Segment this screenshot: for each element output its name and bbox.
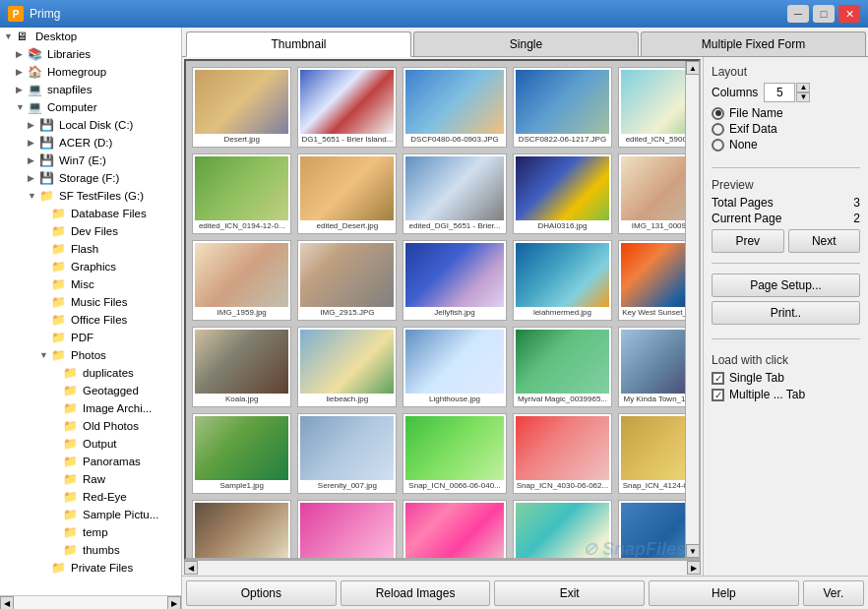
close-button[interactable]: ✕ [838,5,860,23]
single-tab-checkbox[interactable]: ✓ Single Tab [712,371,860,385]
thumbnail-item[interactable]: edited_Desert.jpg [297,153,397,234]
sidebar-item-image-archive[interactable]: 📁Image Archi... [0,399,181,417]
hscroll-right-thumb-button[interactable]: ▶ [687,561,701,575]
exit-button[interactable]: Exit [494,580,645,606]
sidebar-item-computer[interactable]: ▼💻Computer [0,98,181,116]
thumbnail-item[interactable]: liebeach.jpg [297,327,397,407]
thumbnail-item[interactable]: DHAI0316.jpg [513,153,612,234]
sidebar-item-panoramas[interactable]: 📁Panoramas [0,453,181,470]
thumbnail-item[interactable]: Snap_ICN_4030-06-062... [513,413,612,494]
thumbnail-item[interactable]: edited_DGI_5651 - Brier... [403,153,506,234]
tab-multiple[interactable]: Multiple Fixed Form [641,31,866,56]
options-button[interactable]: Options [186,580,337,606]
thumbnail-item[interactable]: Snap_ICN_5141_91.JPG [513,500,612,558]
thumbnail-item[interactable]: leiahmermed.jpg [513,240,612,321]
thumbnail-item[interactable]: IMG_1959.jpg [192,240,291,321]
thumbnail-item[interactable]: edited_ICN_0194-12-0... [192,153,291,234]
print-button[interactable]: Print.. [712,301,860,325]
next-button[interactable]: Next [788,229,861,253]
sidebar-item-red-eye[interactable]: 📁Red-Eye [0,488,181,506]
thumbnail-item[interactable]: DSCF0480-06-0903.JPG [403,67,506,148]
columns-input[interactable] [764,83,795,102]
thumbnail-item[interactable]: My Kinda Town_117440... [618,327,685,407]
hscroll-left-thumb-button[interactable]: ◀ [184,561,198,575]
ver-button[interactable]: Ver. [803,580,864,606]
thumbnail-scroll-area[interactable]: Desert.jpgDG1_5651 - Brier Island...DSCF… [186,61,685,558]
thumbnail-item[interactable]: Snap_ICN_4124-06-062... [618,413,685,494]
sidebar-item-homegroup[interactable]: ▶🏠Homegroup [0,63,181,81]
thumbnail-item[interactable]: Sample1.jpg [192,413,291,494]
sidebar-item-libraries[interactable]: ▶📚Libraries [0,45,181,63]
sidebar-item-misc[interactable]: 📁Misc [0,275,181,293]
columns-up-button[interactable]: ▲ [796,83,810,92]
sidebar-item-flash[interactable]: 📁Flash [0,240,181,258]
thumbnail-item[interactable]: Myrival Magic_0039965... [513,327,612,407]
sidebar-tree[interactable]: ▼🖥Desktop▶📚Libraries▶🏠Homegroup▶💻snapfil… [0,28,181,595]
thumbnail-item[interactable]: Snap_0-170_7506.JPG [297,500,397,558]
multiple-tab-checkbox[interactable]: ✓ Multiple ... Tab [712,388,860,401]
radio-filename[interactable]: File Name [712,106,860,120]
thumbnail-item[interactable]: Koala.jpg [192,327,291,407]
sidebar-item-office-files[interactable]: 📁Office Files [0,311,181,329]
hscroll-right-button[interactable]: ▶ [167,596,181,609]
thumbnail-item[interactable]: Desert.jpg [192,67,291,148]
multiple-tab-checkbox-box[interactable]: ✓ [712,389,724,401]
sidebar-item-thumbs[interactable]: 📁thumbs [0,541,181,559]
sidebar-item-private-files[interactable]: 📁Private Files [0,559,181,577]
thumbnail-item[interactable]: Jellyfish.jpg [403,240,506,321]
thumbnail-item[interactable]: DG1_5651 - Brier Island... [297,67,397,148]
thumbnail-scrollbar[interactable]: ▲ ▼ [685,61,699,558]
thumbnail-item[interactable]: Snap_ICN_3502.JPG [618,500,685,558]
scroll-up-button[interactable]: ▲ [686,61,700,75]
sidebar-item-temp[interactable]: 📁temp [0,523,181,541]
single-tab-checkbox-box[interactable]: ✓ [712,372,724,385]
sidebar-item-desktop[interactable]: ▼🖥Desktop [0,28,181,45]
tab-single[interactable]: Single [413,31,639,56]
radio-none[interactable]: None [712,138,860,152]
thumbnail-item[interactable]: Key West Sunset_06442... [618,240,685,321]
thumbnail-item[interactable]: edited_ICN_5900-11-0... [618,67,685,148]
folder-icon: 📚 [28,47,43,61]
tab-thumbnail[interactable]: Thumbnail [186,31,411,57]
sidebar-item-duplicates[interactable]: 📁duplicates [0,364,181,382]
sidebar-item-geotagged[interactable]: 📁Geotagged [0,382,181,399]
sidebar-item-sf-testfiles-g[interactable]: ▼📁SF TestFiles (G:) [0,187,181,205]
thumbnail-item[interactable]: IMG_2915.JPG [297,240,397,321]
radio-exif[interactable]: Exif Data [712,122,860,136]
help-button[interactable]: Help [649,580,799,606]
sidebar-item-music-files[interactable]: 📁Music Files [0,293,181,311]
minimize-button[interactable]: ─ [787,5,809,23]
thumbnail-item[interactable]: Serenity_007.jpg [297,413,397,494]
scroll-down-button[interactable]: ▼ [686,544,700,558]
thumbnail-item[interactable]: Snap_100-200-fmg_4291... [403,500,506,558]
sidebar-item-raw[interactable]: 📁Raw [0,470,181,488]
folder-icon: 📁 [63,543,79,557]
sidebar-item-win7-e[interactable]: ▶💾Win7 (E:) [0,152,181,169]
thumbnail-item[interactable]: DSCF0822-06-1217.JPG [513,67,612,148]
sidebar-item-acer-d[interactable]: ▶💾ACER (D:) [0,134,181,152]
right-panel: Layout Columns ▲ ▼ File NameExif DataNon… [703,57,868,576]
thumbnail-item[interactable]: IMG_131_0009-1.jpg [618,153,685,234]
page-setup-button[interactable]: Page Setup... [712,274,860,297]
sidebar-item-sample-pict[interactable]: 📁Sample Pictu... [0,506,181,523]
sidebar-item-storage-f[interactable]: ▶💾Storage (F:) [0,169,181,187]
sidebar-item-database[interactable]: 📁Database Files [0,205,181,222]
thumbnail-hscrollbar[interactable]: ◀ ▶ [184,560,701,574]
reload-images-button[interactable]: Reload Images [341,580,491,606]
thumbnail-item[interactable]: Snap_ICN_6416-06-072... [192,500,291,558]
sidebar-item-output[interactable]: 📁Output [0,435,181,453]
maximize-button[interactable]: □ [813,5,835,23]
sidebar-item-old-photos[interactable]: 📁Old Photos [0,417,181,435]
thumbnail-item[interactable]: Snap_ICN_0066-06-040... [403,413,506,494]
main-container: ▼🖥Desktop▶📚Libraries▶🏠Homegroup▶💻snapfil… [0,28,868,609]
thumbnail-item[interactable]: Lighthouse.jpg [403,327,506,407]
sidebar-item-snapfiles[interactable]: ▶💻snapfiles [0,81,181,98]
sidebar-item-graphics[interactable]: 📁Graphics [0,258,181,275]
hscroll-left-button[interactable]: ◀ [0,596,14,609]
sidebar-item-dev-files[interactable]: 📁Dev Files [0,222,181,240]
columns-down-button[interactable]: ▼ [796,92,810,102]
sidebar-item-local-c[interactable]: ▶💾Local Disk (C:) [0,116,181,134]
prev-button[interactable]: Prev [712,229,784,253]
sidebar-item-photos[interactable]: ▼📁Photos [0,346,181,364]
sidebar-item-pdf[interactable]: 📁PDF [0,329,181,346]
